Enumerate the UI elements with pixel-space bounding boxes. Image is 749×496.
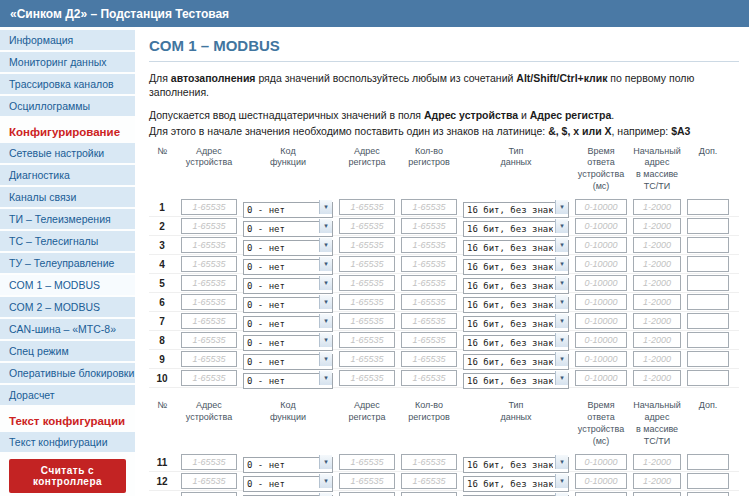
- extra-input[interactable]: [687, 237, 729, 253]
- function-code-select[interactable]: 0 - нет: [243, 221, 333, 237]
- sidebar-item-diagnostics[interactable]: Диагностика: [0, 165, 135, 185]
- function-code-select[interactable]: 0 - нет: [243, 354, 333, 370]
- sidebar-item-ts-telesignals[interactable]: ТС – Телесигналы: [0, 231, 135, 251]
- function-code-select[interactable]: 0 - нет: [243, 335, 333, 351]
- data-type-select[interactable]: 16 бит, без знака: [463, 354, 569, 370]
- start-address-input[interactable]: [633, 218, 681, 234]
- sidebar-item-comm-channels[interactable]: Каналы связи: [0, 187, 135, 207]
- sidebar-item-channel-tracing[interactable]: Трассировка каналов: [0, 74, 135, 94]
- function-code-select[interactable]: 0 - нет: [243, 476, 333, 492]
- sidebar-item-ti-telemetry[interactable]: ТИ – Телеизмерения: [0, 209, 135, 229]
- register-count-input[interactable]: [401, 351, 457, 367]
- extra-input[interactable]: [687, 492, 729, 496]
- extra-input[interactable]: [687, 294, 729, 310]
- data-type-select[interactable]: 16 бит, без знака: [463, 457, 569, 473]
- sidebar-item-data-monitoring[interactable]: Мониторинг данных: [0, 52, 135, 72]
- register-address-input[interactable]: [339, 370, 395, 386]
- data-type-select[interactable]: 16 бит, без знака: [463, 316, 569, 332]
- data-type-select[interactable]: 16 бит, без знака: [463, 240, 569, 256]
- response-time-input[interactable]: [575, 370, 627, 386]
- extra-input[interactable]: [687, 256, 729, 272]
- register-count-input[interactable]: [401, 454, 457, 470]
- register-count-input[interactable]: [401, 370, 457, 386]
- register-count-input[interactable]: [401, 294, 457, 310]
- register-count-input[interactable]: [401, 473, 457, 489]
- register-count-input[interactable]: [401, 256, 457, 272]
- function-code-select[interactable]: 0 - нет: [243, 316, 333, 332]
- register-address-input[interactable]: [339, 256, 395, 272]
- response-time-input[interactable]: [575, 199, 627, 215]
- function-code-select[interactable]: 0 - нет: [243, 373, 333, 389]
- response-time-input[interactable]: [575, 473, 627, 489]
- response-time-input[interactable]: [575, 332, 627, 348]
- start-address-input[interactable]: [633, 473, 681, 489]
- start-address-input[interactable]: [633, 275, 681, 291]
- start-address-input[interactable]: [633, 256, 681, 272]
- response-time-input[interactable]: [575, 275, 627, 291]
- data-type-select[interactable]: 16 бит, без знака: [463, 297, 569, 313]
- function-code-select[interactable]: 0 - нет: [243, 202, 333, 218]
- start-address-input[interactable]: [633, 294, 681, 310]
- extra-input[interactable]: [687, 473, 729, 489]
- start-address-input[interactable]: [633, 199, 681, 215]
- data-type-select[interactable]: 16 бит, без знака: [463, 259, 569, 275]
- sidebar-item-tu-telecontrol[interactable]: ТУ – Телеуправление: [0, 253, 135, 273]
- sidebar-item-information[interactable]: Информация: [0, 30, 135, 50]
- register-address-input[interactable]: [339, 294, 395, 310]
- start-address-input[interactable]: [633, 370, 681, 386]
- response-time-input[interactable]: [575, 492, 627, 496]
- register-address-input[interactable]: [339, 351, 395, 367]
- sidebar-button-read-from-controller[interactable]: Считать с контроллера: [9, 459, 126, 493]
- sidebar-item-config-text-page[interactable]: Текст конфигурации: [0, 432, 135, 452]
- start-address-input[interactable]: [633, 492, 681, 496]
- response-time-input[interactable]: [575, 313, 627, 329]
- register-address-input[interactable]: [339, 237, 395, 253]
- register-address-input[interactable]: [339, 492, 395, 496]
- data-type-select[interactable]: 16 бит, без знака: [463, 202, 569, 218]
- device-address-input[interactable]: [181, 370, 237, 386]
- start-address-input[interactable]: [633, 351, 681, 367]
- register-count-input[interactable]: [401, 218, 457, 234]
- device-address-input[interactable]: [181, 332, 237, 348]
- device-address-input[interactable]: [181, 275, 237, 291]
- function-code-select[interactable]: 0 - нет: [243, 457, 333, 473]
- register-address-input[interactable]: [339, 473, 395, 489]
- register-address-input[interactable]: [339, 275, 395, 291]
- register-count-input[interactable]: [401, 237, 457, 253]
- register-address-input[interactable]: [339, 454, 395, 470]
- extra-input[interactable]: [687, 199, 729, 215]
- start-address-input[interactable]: [633, 454, 681, 470]
- response-time-input[interactable]: [575, 454, 627, 470]
- start-address-input[interactable]: [633, 313, 681, 329]
- sidebar-item-network-settings[interactable]: Сетевые настройки: [0, 143, 135, 163]
- extra-input[interactable]: [687, 218, 729, 234]
- device-address-input[interactable]: [181, 294, 237, 310]
- device-address-input[interactable]: [181, 473, 237, 489]
- sidebar-item-special-mode[interactable]: Спец режим: [0, 341, 135, 361]
- data-type-select[interactable]: 16 бит, без знака: [463, 278, 569, 294]
- data-type-select[interactable]: 16 бит, без знака: [463, 335, 569, 351]
- sidebar-item-com2-modbus[interactable]: COM 2 – MODBUS: [0, 297, 135, 317]
- extra-input[interactable]: [687, 313, 729, 329]
- device-address-input[interactable]: [181, 218, 237, 234]
- data-type-select[interactable]: 16 бит, без знака: [463, 373, 569, 389]
- register-count-input[interactable]: [401, 199, 457, 215]
- response-time-input[interactable]: [575, 351, 627, 367]
- device-address-input[interactable]: [181, 351, 237, 367]
- response-time-input[interactable]: [575, 256, 627, 272]
- start-address-input[interactable]: [633, 237, 681, 253]
- sidebar-item-can-bus-mts8[interactable]: CAN-шина – «МТС-8»: [0, 319, 135, 339]
- device-address-input[interactable]: [181, 454, 237, 470]
- extra-input[interactable]: [687, 454, 729, 470]
- extra-input[interactable]: [687, 370, 729, 386]
- device-address-input[interactable]: [181, 313, 237, 329]
- device-address-input[interactable]: [181, 237, 237, 253]
- start-address-input[interactable]: [633, 332, 681, 348]
- response-time-input[interactable]: [575, 237, 627, 253]
- register-address-input[interactable]: [339, 332, 395, 348]
- response-time-input[interactable]: [575, 218, 627, 234]
- register-address-input[interactable]: [339, 313, 395, 329]
- register-count-input[interactable]: [401, 332, 457, 348]
- sidebar-item-com1-modbus[interactable]: COM 1 – MODBUS: [0, 275, 135, 295]
- extra-input[interactable]: [687, 351, 729, 367]
